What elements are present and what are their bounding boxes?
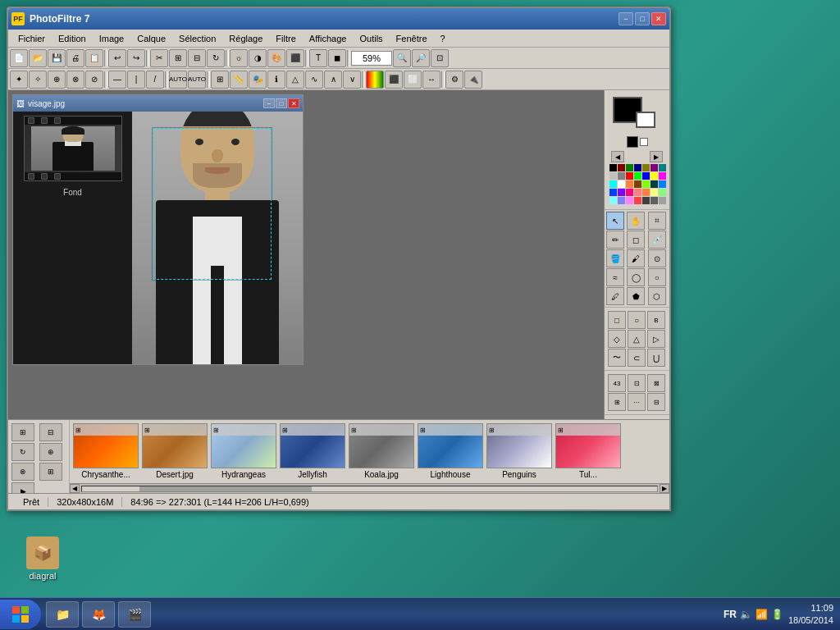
auto-a-button[interactable]: AUTO [169,71,187,89]
select-tool[interactable]: ↖ [606,212,624,230]
mono-button[interactable]: ⬛ [385,71,403,89]
swap-colors-button[interactable] [640,138,648,146]
arrow-tool[interactable]: ▷ [647,330,665,348]
select-shrink-button[interactable]: ⊘ [85,71,103,89]
color-swatch[interactable] [626,172,633,180]
color-ramp-button[interactable] [366,71,384,89]
image-restore-button[interactable]: □ [276,98,287,108]
scroll-left-button[interactable]: ◀ [70,484,80,493]
print-button[interactable]: 🖨 [66,49,84,67]
color-swatch[interactable] [609,164,617,171]
thumbnail-item[interactable]: ⊞Koala.jpg [349,423,414,479]
background-color[interactable] [636,112,655,128]
menu-outils[interactable]: Outils [353,32,389,45]
stamp-tool[interactable]: ⬟ [627,287,645,305]
film-thumbnail[interactable] [24,116,122,181]
color-swatch[interactable] [642,189,650,196]
color-swatch[interactable] [634,180,641,188]
color-swatch[interactable] [626,189,633,196]
move-tool[interactable]: ✋ [627,212,645,230]
zoom-out-button[interactable]: 🔎 [412,49,430,67]
polygon-tool[interactable]: ◇ [608,330,626,348]
dual-button[interactable]: ⬜ [404,71,422,89]
color-swatch[interactable] [626,180,633,188]
wave-button[interactable]: ∿ [305,71,323,89]
select-move-button[interactable]: ⊕ [48,71,66,89]
thumbnail-item[interactable]: ⊞Jellyfish [280,423,345,479]
zoom-in-button[interactable]: 🔍 [393,49,411,67]
scrollbar-track[interactable] [81,486,658,492]
eraser-tool[interactable]: ◻ [627,231,645,249]
transform-button[interactable]: ⊞ [169,49,187,67]
zoom-fit-button[interactable]: ⊡ [431,49,449,67]
color-swatch[interactable] [609,180,617,188]
color-swatch[interactable] [634,189,641,196]
border-tool[interactable]: B [647,311,665,329]
color-swatch[interactable] [634,164,641,171]
lasso-tool[interactable]: ⊂ [628,349,646,367]
menu-calque[interactable]: Calque [130,32,172,45]
fill-tool[interactable]: 🪣 [606,249,624,267]
grid-tool-3[interactable]: ⊟ [647,393,665,411]
peak2-button[interactable]: ∨ [343,71,361,89]
color-swatch[interactable] [609,189,617,196]
text-button[interactable]: T [309,49,327,67]
color-swatch[interactable] [659,189,666,196]
crop-tool[interactable]: ⌗ [648,212,666,230]
diag-button[interactable]: / [146,71,164,89]
color-swatch[interactable] [618,180,625,188]
color-swatch[interactable] [659,180,666,188]
info-button[interactable]: ℹ [267,71,285,89]
rotate-button[interactable]: ↻ [207,49,225,67]
grid-tool-1[interactable]: ⊞ [608,393,626,411]
color-swatch[interactable] [618,189,625,196]
color-swatch[interactable] [634,197,641,204]
thumb-tool-1[interactable]: ⊞ [11,423,34,441]
color-swatch[interactable] [659,172,666,180]
menu-fenetre[interactable]: Fenêtre [390,32,434,45]
color-swatch[interactable] [626,197,633,204]
thumb-tool-2[interactable]: ⊟ [39,423,62,441]
desktop-icon-diagral[interactable]: 📦 diagral [16,536,69,581]
start-button[interactable] [0,600,41,629]
thumbnail-scrollbar[interactable]: ◀ ▶ [70,483,669,493]
taskbar-firefox-button[interactable]: 🦊 [82,601,115,628]
color-swatch[interactable] [609,172,617,180]
color-swatch[interactable] [642,172,650,180]
color-swatch[interactable] [642,180,650,188]
blur-tool[interactable]: ○ [648,268,666,286]
color-swatch[interactable] [618,172,625,180]
crop-button[interactable]: ✂ [150,49,168,67]
clone-tool[interactable]: ⊙ [648,249,666,267]
thumbnail-item[interactable]: ⊞Lighthouse [418,423,483,479]
peak-button[interactable]: ∧ [324,71,342,89]
color-swatch[interactable] [659,164,666,171]
color-swatch[interactable] [651,197,658,204]
grid-tool-2[interactable]: ⋯ [628,393,646,411]
color-swatch[interactable] [651,172,658,180]
auto-b-button[interactable]: AUTO [188,71,206,89]
main-image-area[interactable] [132,112,303,364]
effects-button[interactable]: ⚙ [445,71,463,89]
num-tool-3[interactable]: ⊠ [647,374,665,392]
new-button[interactable]: 📄 [10,49,28,67]
thumbnail-item[interactable]: ⊞Penguins [486,423,552,479]
color-swatch[interactable] [642,197,650,204]
image-close-button[interactable]: ✕ [288,98,299,108]
resize-button[interactable]: ⊟ [188,49,206,67]
redo-button[interactable]: ↪ [127,49,145,67]
open-button[interactable]: 📂 [29,49,47,67]
shape-button[interactable]: △ [286,71,304,89]
image-minimize-button[interactable]: − [263,98,275,108]
color-swatch[interactable] [659,197,666,204]
thumbnail-item[interactable]: ⊞Desert.jpg [142,423,208,479]
select-grow-button[interactable]: ⊗ [66,71,84,89]
color-swatch[interactable] [651,180,658,188]
taskbar-media-button[interactable]: 🎬 [118,601,151,628]
restore-button[interactable]: □ [635,12,650,25]
thumb-tool-5[interactable]: ⊗ [11,463,34,481]
color-swatch[interactable] [651,164,658,171]
grid-button[interactable]: ⊞ [211,71,229,89]
vline-button[interactable]: | [127,71,145,89]
copy-button[interactable]: 📋 [85,49,103,67]
